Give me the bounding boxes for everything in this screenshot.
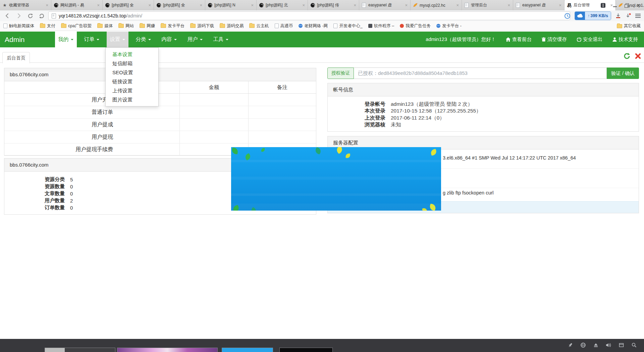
settings-menu-item[interactable]: 链接设置	[106, 77, 158, 86]
tab-dashboard[interactable]: 后台首页	[2, 52, 30, 63]
settings-menu-item[interactable]: 基本设置	[106, 50, 158, 59]
bookmark-item[interactable]: 源码下载	[190, 23, 214, 29]
license-key-input[interactable]	[354, 68, 607, 79]
bookmark-item[interactable]: 高通币	[275, 23, 293, 29]
logout-link[interactable]: 安全退出	[577, 36, 602, 43]
navbar-menu-item[interactable]: 工具	[210, 32, 232, 47]
navbar-menu-item[interactable]: 用户	[184, 32, 206, 47]
taskbar-window-thumbnail[interactable]	[117, 348, 218, 352]
clear-cache-link[interactable]: 清空缓存	[542, 36, 567, 43]
skin-icon[interactable]	[600, 2, 606, 8]
bookmark-item[interactable]: 网赚	[140, 23, 155, 29]
tab-close-icon[interactable]: ×	[45, 3, 49, 7]
taskbar-window-thumbnail[interactable]	[222, 348, 273, 352]
browser-tab[interactable]: easypanel 虚×	[513, 0, 565, 10]
bookmark-item[interactable]: cpa广告联盟	[61, 23, 92, 29]
navbar-menu-item[interactable]: 内容	[158, 32, 180, 47]
bookmark-item[interactable]: 支付	[40, 23, 55, 29]
bookmark-item[interactable]: 发卡平台 -	[436, 23, 462, 29]
undo-icon[interactable]	[38, 12, 45, 19]
settings-menu-item[interactable]: SEO设置	[106, 68, 158, 77]
download-arrow-icon[interactable]	[625, 13, 631, 19]
tab-close-icon[interactable]: ×	[558, 3, 562, 7]
table-row: 普通订单	[4, 106, 316, 119]
speed-value: 399 KB/s	[590, 13, 608, 18]
browser-tab[interactable]: mysql.cp22.hc×	[411, 0, 462, 10]
verify-confirm-button[interactable]: 验证 / 确认	[607, 68, 639, 79]
finance-row-note	[249, 119, 316, 131]
minimize-icon[interactable]	[612, 2, 618, 8]
navbar-menu-item[interactable]: 我的	[55, 32, 77, 47]
close-page-icon[interactable]	[635, 53, 641, 59]
bookmark-item[interactable]: 源码交易	[220, 23, 244, 29]
history-sync-icon[interactable]	[564, 13, 571, 19]
tab-close-icon[interactable]: ×	[251, 3, 254, 7]
bookmark-item[interactable]: 老财网络 -网	[299, 23, 328, 29]
search-icon[interactable]	[631, 342, 637, 348]
finance-row-amount	[180, 131, 249, 143]
table-row: 用户充值	[4, 94, 316, 106]
tab-close-icon[interactable]: ×	[148, 3, 151, 7]
bookmark-item[interactable]: 云主机	[249, 23, 269, 29]
download-speed-widget[interactable]: ↑ 399 KB/s	[575, 11, 611, 20]
address-bar[interactable]: yqr148128.vt2zsqjr.c1.542b.top/admin/	[48, 11, 570, 20]
bookmark-item[interactable]: 发卡平台	[161, 23, 184, 29]
browser-tab[interactable]: easypanel 虚×	[359, 0, 411, 10]
browser-tab[interactable]: ★收藏管理器×	[0, 0, 51, 10]
navbar-menu-item[interactable]: 订单	[81, 32, 103, 47]
browser-nav-buttons	[0, 12, 48, 19]
brand-title[interactable]: Admin	[0, 32, 25, 47]
promo-image-overlay[interactable]	[231, 147, 441, 211]
bookmarks-overflow[interactable]: 其它收藏	[617, 21, 641, 31]
pin-icon[interactable]	[568, 342, 573, 348]
taskbar-window-thumbnail[interactable]	[279, 348, 333, 352]
bookmark-item[interactable]: 网站	[118, 23, 134, 29]
eject-icon[interactable]	[593, 342, 598, 348]
browser-tab[interactable]: 管理后台×	[462, 0, 513, 10]
reload-icon[interactable]	[27, 12, 34, 19]
tab-close-icon[interactable]: ×	[199, 3, 203, 7]
window-close-icon[interactable]: ×	[635, 2, 641, 8]
settings-menu-item[interactable]: 上传设置	[106, 86, 158, 95]
bookmark-item[interactable]: 开发者中心_	[333, 23, 362, 29]
browser-tab[interactable]: [php源码] 全×	[103, 0, 154, 10]
bookmarks-overflow-label: 其它收藏	[624, 23, 641, 29]
bookmark-item[interactable]: 媒体	[97, 23, 113, 29]
bookmark-item[interactable]: 触电新闻媒体	[3, 23, 34, 29]
tab-close-icon[interactable]: ×	[97, 3, 100, 7]
settings-menu-item[interactable]: 短信邮箱	[106, 59, 158, 68]
browser-tab[interactable]: [php源码] 传×	[308, 0, 359, 10]
browser-tab[interactable]: 网站源码 - 易×	[51, 0, 103, 10]
nav-link-label: 安全退出	[583, 36, 602, 43]
browser-tab[interactable]: [php源码] N×	[205, 0, 257, 10]
stat-label: 用户数量	[4, 197, 65, 204]
tab-close-icon[interactable]: ×	[405, 3, 408, 7]
restore-icon[interactable]	[624, 2, 630, 8]
taskbar-window-thumbnail[interactable]	[45, 348, 115, 352]
tab-close-icon[interactable]: ×	[353, 3, 357, 7]
forward-icon[interactable]	[15, 12, 22, 19]
settings-menu-item[interactable]: 图片设置	[106, 95, 158, 104]
navbar-menu-item[interactable]: 设置	[107, 32, 128, 47]
browser-tab[interactable]: [php源码] 全×	[154, 0, 205, 10]
navbar-menu-item[interactable]: 分类	[132, 32, 154, 47]
tech-support-link[interactable]: 技术支持	[612, 36, 638, 43]
page-security-icon[interactable]	[52, 13, 56, 18]
speaker-icon[interactable]	[606, 342, 611, 348]
refresh-icon[interactable]	[623, 52, 631, 60]
browser-menu-icon[interactable]	[635, 14, 641, 18]
folder-icon	[118, 24, 124, 28]
browser-tab[interactable]: [php源码] 北×	[257, 0, 308, 10]
yi-icon: 易	[567, 3, 572, 8]
tab-close-icon[interactable]: ×	[302, 3, 305, 7]
back-icon[interactable]	[4, 12, 11, 19]
bookmark-item[interactable]: 我爱广告任务	[400, 23, 431, 29]
bookmark-item[interactable]: 软件程序 –	[368, 23, 394, 29]
view-frontend-link[interactable]: 查看前台	[506, 36, 532, 43]
download-manager-icon[interactable]	[615, 13, 621, 19]
bookmark-label: 源码下载	[197, 23, 214, 29]
browser-logo-icon[interactable]	[580, 342, 586, 348]
tab-close-icon[interactable]: ×	[507, 3, 511, 7]
tab-close-icon[interactable]: ×	[456, 3, 459, 7]
window-icon[interactable]	[619, 342, 624, 348]
